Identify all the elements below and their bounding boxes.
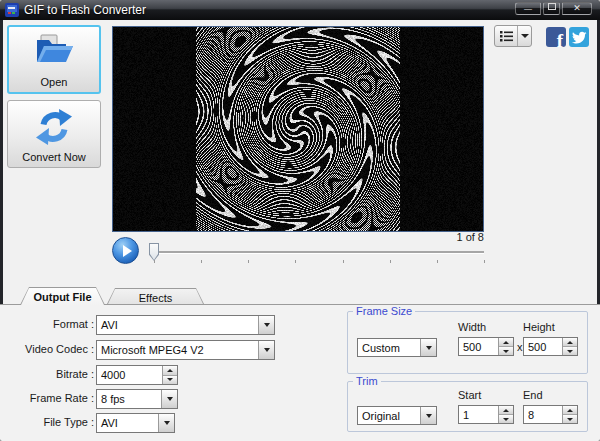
frame-rate-dropdown[interactable]: 8 fps	[96, 389, 178, 409]
bitrate-label: Bitrate :	[18, 368, 94, 380]
tab-output-file-label: Output File	[33, 291, 91, 303]
file-type-value: AVI	[97, 414, 158, 432]
tab-effects-label: Effects	[139, 292, 172, 304]
open-folder-icon	[33, 33, 75, 67]
open-button-label: Open	[9, 76, 99, 88]
maximize-icon	[548, 3, 556, 10]
start-input[interactable]	[459, 406, 498, 423]
bitrate-input[interactable]	[97, 366, 162, 384]
end-down-button[interactable]	[563, 415, 577, 423]
twitter-button[interactable]	[569, 27, 589, 47]
trim-preset-arrow[interactable]	[420, 407, 436, 424]
format-dropdown-arrow[interactable]	[258, 316, 274, 334]
start-label: Start	[458, 389, 481, 401]
preview-panel	[112, 26, 484, 232]
facebook-button[interactable]: f	[546, 27, 566, 47]
chevron-down-icon	[521, 34, 529, 38]
width-down-button[interactable]	[499, 347, 513, 355]
width-input[interactable]	[459, 338, 498, 355]
frame-size-title: Frame Size	[353, 305, 415, 317]
window: GIF to Flash Converter — ✕ Open Convert …	[0, 0, 600, 441]
video-codec-value: Microsoft MPEG4 V2	[97, 341, 258, 359]
frame-size-preset-dropdown[interactable]: Custom	[357, 338, 437, 357]
frame-rate-label: Frame Rate :	[18, 392, 94, 404]
format-dropdown[interactable]: AVI	[96, 315, 275, 335]
start-spinner[interactable]	[458, 405, 514, 424]
bitrate-up-button[interactable]	[163, 366, 177, 376]
width-label: Width	[458, 321, 486, 333]
height-spinner[interactable]	[523, 337, 578, 356]
start-down-button[interactable]	[499, 415, 513, 423]
video-codec-dropdown-arrow[interactable]	[258, 341, 274, 359]
seek-slider-track[interactable]	[153, 251, 484, 253]
convert-arrows-icon	[34, 107, 74, 147]
frame-size-preset-value: Custom	[358, 339, 420, 356]
frame-size-preset-arrow[interactable]	[420, 339, 436, 356]
title-bar[interactable]: GIF to Flash Converter — ✕	[0, 0, 600, 20]
trim-title: Trim	[353, 375, 381, 387]
bitrate-spinner[interactable]	[96, 365, 178, 385]
height-input[interactable]	[524, 338, 562, 355]
height-down-button[interactable]	[563, 347, 577, 355]
list-view-button[interactable]	[494, 25, 532, 47]
trim-preset-dropdown[interactable]: Original	[357, 406, 437, 425]
height-up-button[interactable]	[563, 338, 577, 347]
file-type-label: File Type :	[18, 416, 94, 428]
close-button[interactable]: ✕	[562, 2, 592, 15]
width-up-button[interactable]	[499, 338, 513, 347]
play-icon	[123, 245, 132, 257]
bitrate-down-button[interactable]	[163, 376, 177, 385]
height-label: Height	[523, 321, 555, 333]
end-spinner[interactable]	[523, 405, 578, 424]
frame-rate-value: 8 fps	[97, 390, 161, 408]
trim-preset-value: Original	[358, 407, 420, 424]
window-title: GIF to Flash Converter	[24, 3, 146, 17]
end-label: End	[523, 389, 543, 401]
slider-ticks	[154, 260, 484, 264]
list-view-icon	[500, 30, 513, 42]
end-input[interactable]	[524, 406, 562, 423]
play-button[interactable]	[112, 237, 139, 264]
end-up-button[interactable]	[563, 406, 577, 415]
convert-now-button[interactable]: Convert Now	[7, 100, 101, 168]
format-value: AVI	[97, 316, 258, 334]
file-type-dropdown-arrow[interactable]	[158, 414, 174, 432]
frame-rate-dropdown-arrow[interactable]	[161, 390, 177, 408]
twitter-bird-icon	[569, 27, 589, 47]
tab-output-file[interactable]: Output File	[20, 287, 105, 305]
video-codec-dropdown[interactable]: Microsoft MPEG4 V2	[96, 340, 275, 360]
dimension-separator: x	[517, 341, 523, 353]
minimize-button[interactable]: —	[515, 2, 541, 15]
video-codec-label: Video Codec :	[18, 343, 94, 355]
start-up-button[interactable]	[499, 406, 513, 415]
open-button[interactable]: Open	[7, 25, 101, 94]
facebook-icon: f	[557, 30, 563, 47]
maximize-button[interactable]	[543, 2, 560, 15]
convert-now-button-label: Convert Now	[8, 151, 100, 163]
frame-counter: 1 of 8	[400, 231, 484, 243]
width-spinner[interactable]	[458, 337, 514, 356]
preview-canvas	[113, 27, 483, 231]
app-icon	[5, 3, 19, 17]
file-type-dropdown[interactable]: AVI	[96, 413, 175, 433]
format-label: Format :	[18, 318, 94, 330]
